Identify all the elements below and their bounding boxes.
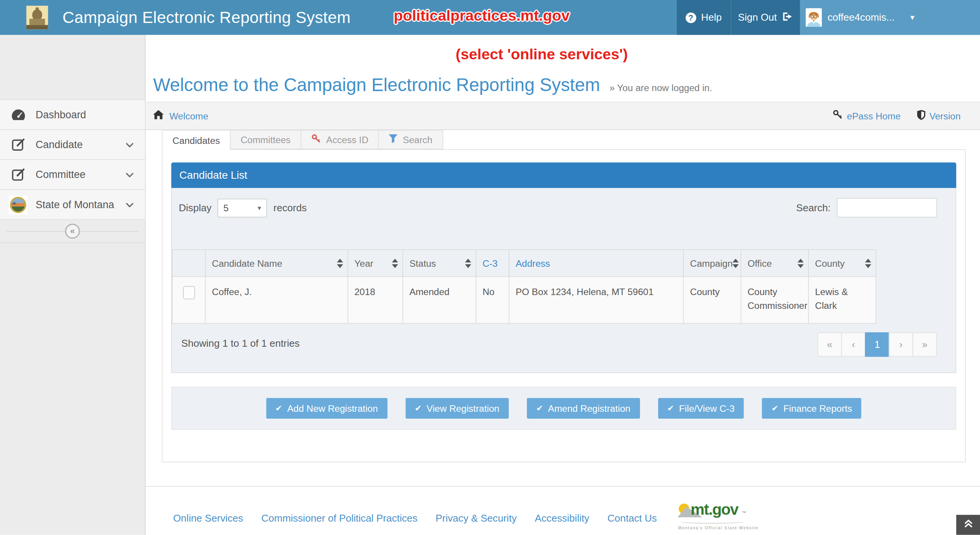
filter-icon	[389, 134, 398, 145]
wave-line	[680, 520, 744, 524]
check-icon: ✔	[536, 404, 543, 413]
sort-icon	[797, 258, 804, 268]
records-label: records	[273, 202, 307, 213]
panel-title: Candidate List	[180, 169, 247, 182]
column-candidate-name[interactable]: Candidate Name	[205, 250, 348, 276]
pagination-first-button[interactable]: «	[818, 333, 842, 357]
column-year[interactable]: Year	[348, 250, 403, 276]
page-size-select[interactable]: 5 ▼	[218, 198, 267, 217]
dashboard-gauge-icon	[9, 108, 28, 121]
edit-icon	[9, 168, 28, 181]
view-registration-button[interactable]: ✔ View Registration	[405, 398, 509, 419]
add-new-registration-button[interactable]: ✔ Add New Registration	[266, 398, 387, 419]
finance-reports-button[interactable]: ✔ Finance Reports	[762, 398, 862, 419]
cell-status: Amended	[403, 276, 476, 323]
footer-links: Online Services Commissioner of Politica…	[173, 506, 980, 532]
table-search: Search:	[796, 198, 937, 218]
tab-candidates[interactable]: Candidates	[162, 130, 230, 150]
sidebar: Dashboard Candidate	[0, 35, 145, 535]
breadcrumb-current-label: Welcome	[169, 111, 208, 121]
sidebar-item-dashboard[interactable]: Dashboard	[0, 100, 145, 130]
header-actions: ? Help Sign Out	[677, 0, 980, 35]
epass-home-label: ePass Home	[847, 111, 900, 121]
actions-toolbar: ✔ Add New Registration ✔ View Registrati…	[171, 387, 956, 430]
column-office[interactable]: Office	[741, 250, 808, 276]
page-size-control: Display 5 ▼ records	[179, 198, 307, 217]
caret-down-icon: ▼	[909, 14, 916, 21]
file-view-c3-button[interactable]: ✔ File/View C-3	[658, 398, 744, 419]
sort-icon	[337, 258, 343, 268]
help-label: Help	[701, 12, 722, 23]
key-icon	[833, 109, 843, 122]
footer-link-contact-us[interactable]: Contact Us	[608, 513, 657, 524]
sign-out-button[interactable]: Sign Out	[731, 0, 800, 35]
check-icon: ✔	[667, 404, 674, 413]
table-controls: Display 5 ▼ records Search:	[172, 188, 956, 217]
cell-county: Lewis & Clark	[808, 276, 876, 323]
double-chevron-up-icon	[964, 519, 973, 530]
column-campaign[interactable]: Campaign	[683, 250, 741, 276]
tab-search[interactable]: Search	[378, 130, 443, 150]
version-link[interactable]: Version	[917, 110, 960, 122]
panel-title-bar: Candidate List	[171, 162, 956, 188]
user-menu[interactable]: coffee4comis... ▼	[800, 0, 980, 35]
sign-out-label: Sign Out	[738, 12, 777, 23]
epass-home-link[interactable]: ePass Home	[833, 109, 901, 122]
sidebar-item-state-of-montana[interactable]: State of Montana	[0, 190, 145, 220]
column-address[interactable]: Address	[509, 250, 684, 276]
footer-link-online-services[interactable]: Online Services	[173, 513, 243, 524]
breadcrumb: Welcome ePass Home	[145, 102, 980, 130]
footer-divider	[145, 486, 980, 487]
column-county[interactable]: County	[808, 250, 876, 276]
sidebar-item-committee[interactable]: Committee	[0, 160, 145, 190]
scroll-to-top-button[interactable]	[956, 515, 980, 535]
help-button[interactable]: ? Help	[677, 0, 731, 35]
chevron-down-icon	[126, 142, 134, 147]
sidebar-item-label: Candidate	[36, 139, 83, 150]
chevron-down-icon	[126, 172, 134, 177]
version-label: Version	[929, 111, 961, 121]
main-content: (select 'online services') Welcome to th…	[145, 35, 980, 535]
panel-body: Display 5 ▼ records Search:	[171, 188, 956, 373]
sidebar-item-candidate[interactable]: Candidate	[0, 130, 145, 160]
app-title: Campaign Electronic Reporting System	[62, 0, 351, 35]
cell-address: PO Box 1234, Helena, MT 59601	[509, 276, 684, 323]
entries-summary: Showing 1 to 1 of 1 entries	[181, 338, 299, 349]
annotation-url: politicalpractices.mt.gov	[394, 7, 570, 24]
sidebar-menu: Dashboard Candidate	[0, 99, 145, 243]
column-status[interactable]: Status	[403, 250, 476, 276]
amend-registration-button[interactable]: ✔ Amend Registration	[527, 398, 640, 419]
check-icon: ✔	[275, 404, 282, 413]
mtgov-logo[interactable]: mt.gov ™ Montana's Official State Websit…	[678, 499, 746, 532]
pagination-next-button[interactable]: ›	[889, 333, 913, 357]
row-checkbox[interactable]	[183, 286, 195, 299]
tab-access-id[interactable]: Access ID	[301, 130, 379, 150]
pagination-page-1-button[interactable]: 1	[865, 333, 890, 357]
column-checkbox-header	[172, 250, 206, 276]
page-title: Welcome to the Campaign Electronic Repor…	[153, 75, 600, 96]
annotation-select-hint: (select 'online services')	[456, 46, 628, 63]
pagination-prev-button[interactable]: ‹	[841, 333, 866, 357]
search-input[interactable]	[837, 198, 937, 218]
tab-label: Candidates	[173, 135, 220, 146]
footer-link-commissioner[interactable]: Commissioner of Political Practices	[261, 513, 418, 524]
sidebar-collapse-button[interactable]: «	[65, 223, 80, 238]
sidebar-item-label: Committee	[36, 169, 85, 181]
pagination-last-button[interactable]: »	[913, 333, 937, 357]
footer-link-privacy-security[interactable]: Privacy & Security	[436, 513, 517, 524]
sidebar-item-label: Dashboard	[36, 109, 86, 121]
breadcrumb-home[interactable]: Welcome	[153, 110, 208, 122]
montana-seal-icon	[9, 195, 28, 214]
cell-year: 2018	[348, 276, 403, 323]
tab-label: Access ID	[326, 134, 368, 145]
mtgov-logo-text: mt.gov	[691, 501, 738, 519]
footer-link-accessibility[interactable]: Accessibility	[535, 513, 589, 524]
top-header-bar: Campaign Electronic Reporting System pol…	[0, 0, 980, 35]
caret-down-icon: ▼	[256, 205, 262, 211]
column-c3[interactable]: C-3	[476, 250, 509, 276]
breadcrumb-links: ePass Home Version	[833, 109, 961, 122]
sidebar-item-label: State of Montana	[36, 199, 114, 210]
tab-committees[interactable]: Committees	[230, 130, 301, 150]
candidates-card: Candidate List Display 5 ▼ records Searc…	[162, 149, 966, 462]
mtgov-logo-subtext: Montana's Official State Website	[678, 525, 758, 530]
